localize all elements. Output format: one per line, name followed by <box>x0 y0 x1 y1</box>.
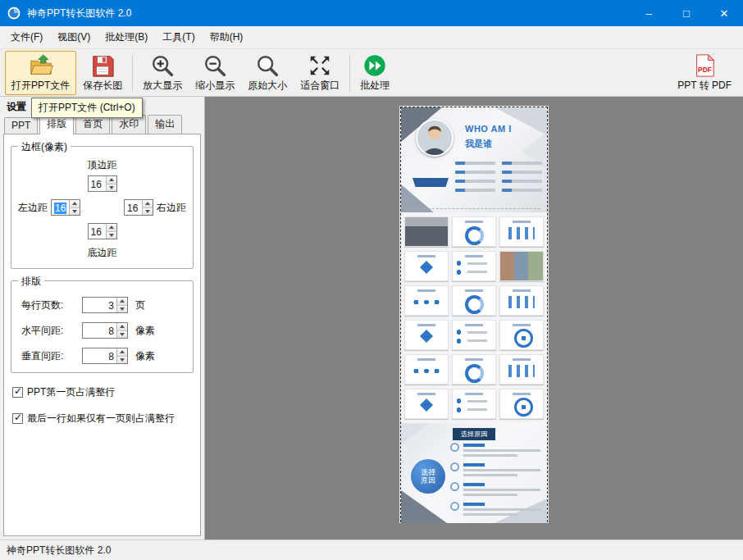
spin-down-button[interactable] <box>117 305 127 313</box>
reason-text-skeleton <box>463 502 540 516</box>
batch-button[interactable]: 批处理 <box>353 51 396 95</box>
preview-area[interactable]: WHO AM I 我是谁 选择原因 选择原因 <box>205 97 743 540</box>
selected-text: 16 <box>54 203 66 214</box>
app-window: 神奇PPT转长图软件 2.0 – □ ✕ 文件(F) 视图(V) 批处理(B) … <box>0 0 743 560</box>
vertical-spacing-unit: 像素 <box>135 349 155 363</box>
spin-down-button[interactable] <box>117 330 127 339</box>
reason-circle-label: 选择原因 <box>420 468 436 485</box>
menubar: 文件(F) 视图(V) 批处理(B) 工具(T) 帮助(H) <box>0 26 743 49</box>
first-slide-title: WHO AM I <box>465 124 512 134</box>
menu-item-tools[interactable]: 工具(T) <box>155 26 202 48</box>
slide-thumbnail <box>499 285 544 316</box>
open-folder-icon <box>29 53 53 78</box>
bottom-margin-value[interactable]: 16 <box>89 224 106 239</box>
profile-field-skeleton <box>455 180 495 183</box>
right-margin-value[interactable]: 16 <box>125 200 142 215</box>
tab-output[interactable]: 输出 <box>148 115 182 134</box>
bottom-margin-label: 底边距 <box>88 246 117 260</box>
pages-per-row-unit: 页 <box>135 298 145 312</box>
long-image-preview[interactable]: WHO AM I 我是谁 选择原因 选择原因 <box>400 107 548 522</box>
spin-down-button[interactable] <box>107 231 116 239</box>
save-long-image-button[interactable]: 保存长图 <box>76 51 129 95</box>
last-slide-title: 选择原因 <box>453 428 495 440</box>
reason-node-circle <box>450 482 459 491</box>
spin-up-button[interactable] <box>107 176 116 184</box>
horizontal-spacing-spinner[interactable]: 8 <box>82 322 128 339</box>
maximize-button[interactable]: □ <box>668 0 705 26</box>
main-content: 设置 PPT 排版 首页 水印 输出 边框(像素) 顶边距 16 <box>0 97 743 540</box>
fit-window-button[interactable]: 适合窗口 <box>294 51 346 95</box>
reason-item <box>450 502 540 516</box>
layout-group-title: 排版 <box>18 275 44 289</box>
reason-text-skeleton <box>463 443 540 457</box>
spin-up-button[interactable] <box>117 323 127 330</box>
first-slide: WHO AM I 我是谁 <box>401 107 547 212</box>
vertical-spacing-value[interactable]: 8 <box>83 348 116 363</box>
border-group-title: 边框(像素) <box>18 140 71 154</box>
spin-down-button[interactable] <box>143 207 153 216</box>
last-slide: 选择原因 选择原因 <box>401 423 547 523</box>
last-row-full-checkbox[interactable] <box>12 413 23 424</box>
top-margin-value[interactable]: 16 <box>89 176 106 191</box>
menu-item-view[interactable]: 视图(V) <box>50 26 98 48</box>
spinner-buttons <box>116 323 127 338</box>
zoom-out-button[interactable]: 缩小显示 <box>189 51 241 95</box>
profile-field-skeleton <box>502 171 542 174</box>
spin-up-button[interactable] <box>70 200 80 207</box>
close-button[interactable]: ✕ <box>705 0 743 26</box>
border-group: 边框(像素) 顶边距 16 左边距 <box>11 146 194 269</box>
spin-down-button[interactable] <box>70 207 80 216</box>
open-ppt-button[interactable]: 打开PPT文件 <box>5 51 76 95</box>
minimize-button[interactable]: – <box>630 0 668 26</box>
pages-per-row-label: 每行页数: <box>21 298 82 312</box>
slide-thumbnail <box>404 216 449 247</box>
reason-item <box>450 482 540 496</box>
slide-thumbnail <box>452 354 496 385</box>
spin-up-button[interactable] <box>143 200 153 207</box>
menu-item-batch[interactable]: 批处理(B) <box>98 26 155 48</box>
slide-thumbnail <box>452 389 496 419</box>
first-page-full-row-label: PPT第一页占满整行 <box>27 385 115 399</box>
settings-panel: 设置 PPT 排版 首页 水印 输出 边框(像素) 顶边距 16 <box>0 97 205 540</box>
menu-item-file[interactable]: 文件(F) <box>3 26 50 48</box>
window-controls: – □ ✕ <box>630 0 743 26</box>
left-margin-value[interactable]: 16 <box>52 200 69 215</box>
spin-up-button[interactable] <box>107 224 116 231</box>
menu-item-help[interactable]: 帮助(H) <box>203 26 251 48</box>
pages-per-row-spinner[interactable]: 3 <box>82 297 128 313</box>
svg-text:PDF: PDF <box>698 65 712 73</box>
thumbnail-grid <box>401 212 547 423</box>
spin-down-button[interactable] <box>107 184 116 192</box>
spin-up-button[interactable] <box>117 348 127 356</box>
vertical-spacing-spinner[interactable]: 8 <box>82 348 128 364</box>
save-long-image-label: 保存长图 <box>83 79 122 93</box>
reason-item <box>450 462 540 476</box>
tab-ppt[interactable]: PPT <box>4 117 38 134</box>
option-last-row-full: 最后一行如果仅有一页则占满整行 <box>12 412 192 426</box>
zoom-in-button[interactable]: 放大显示 <box>136 51 189 95</box>
slide-thumbnail <box>404 389 449 419</box>
spin-down-button[interactable] <box>117 356 127 364</box>
horizontal-spacing-value[interactable]: 8 <box>83 323 116 338</box>
first-page-full-row-checkbox[interactable] <box>12 387 23 398</box>
profile-field-skeleton <box>455 162 495 165</box>
top-margin-spinner[interactable]: 16 <box>88 175 117 192</box>
slide-thumbnail <box>404 251 449 281</box>
tab-page-layout: 边框(像素) 顶边距 16 左边距 <box>3 134 201 536</box>
save-icon <box>90 53 115 78</box>
top-margin-label: 顶边距 <box>88 158 117 172</box>
spinner-buttons <box>106 224 116 239</box>
original-size-button[interactable]: 原始大小 <box>241 51 294 95</box>
spinner-buttons <box>106 176 116 191</box>
reason-center-circle: 选择原因 <box>411 459 445 494</box>
profile-field-skeleton <box>455 189 495 192</box>
pages-per-row-value[interactable]: 3 <box>83 298 116 312</box>
ppt-to-pdf-button[interactable]: PDF PPT 转 PDF <box>671 51 738 95</box>
reason-node-circle <box>450 502 459 511</box>
spin-up-button[interactable] <box>117 298 127 305</box>
left-margin-spinner[interactable]: 16 <box>51 199 80 216</box>
fit-window-label: 适合窗口 <box>300 79 340 93</box>
right-margin-spinner[interactable]: 16 <box>124 199 153 216</box>
bottom-margin-spinner[interactable]: 16 <box>88 223 117 239</box>
vertical-spacing-setting: 垂直间距: 8 像素 <box>21 348 183 364</box>
